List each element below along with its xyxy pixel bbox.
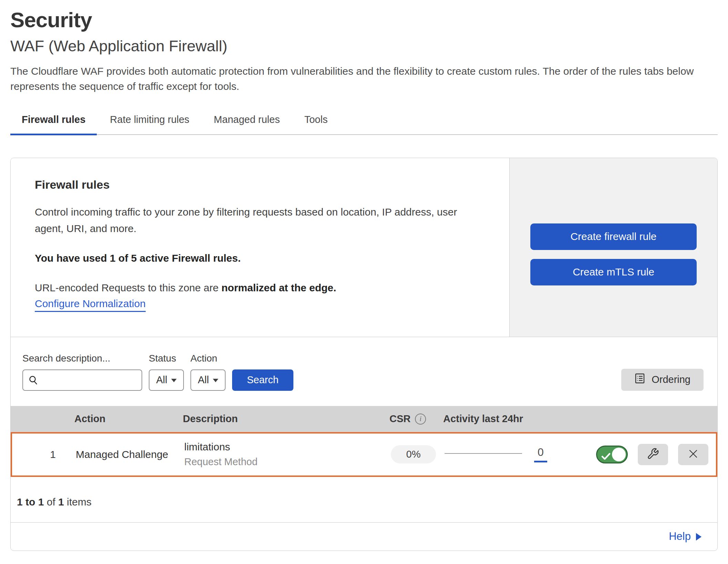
tab-firewall-rules[interactable]: Firewall rules: [10, 110, 97, 134]
activity-sparkline: [445, 453, 522, 454]
create-mtls-rule-button[interactable]: Create mTLS rule: [530, 259, 697, 285]
table-header: Action Description CSR i Activity last 2…: [11, 406, 717, 432]
items-label: items: [67, 496, 92, 508]
tab-rate-limiting-rules[interactable]: Rate limiting rules: [98, 110, 200, 134]
page-title: Security: [10, 8, 718, 32]
activity-count-link[interactable]: 0: [534, 447, 547, 462]
column-header-action: Action: [64, 413, 183, 425]
rule-description: limitations: [184, 441, 381, 453]
status-select-value: All: [156, 374, 167, 386]
help-link-label: Help: [669, 530, 691, 543]
normalization-bold: normalized at the edge.: [221, 282, 336, 293]
filter-controls: Search description... Status: [22, 353, 293, 391]
chevron-down-icon: [213, 379, 218, 382]
rule-activity-cell: 0: [443, 447, 577, 462]
pagination-summary: 1 to 1 of 1 items: [11, 477, 717, 522]
intro-text-panel: Firewall rules Control incoming traffic …: [11, 158, 509, 336]
status-field-label: Status: [149, 353, 184, 364]
main-container: Firewall rules Control incoming traffic …: [10, 158, 718, 551]
rule-controls-cell: [577, 444, 716, 465]
ordering-button[interactable]: Ordering: [621, 369, 704, 391]
create-rule-panel: Create firewall rule Create mTLS rule: [509, 158, 717, 336]
search-icon: [28, 375, 39, 387]
action-select[interactable]: All: [190, 369, 226, 391]
firewall-rules-intro-section: Firewall rules Control incoming traffic …: [11, 158, 717, 337]
action-field-group: Action All: [190, 353, 226, 391]
info-icon[interactable]: i: [415, 414, 426, 425]
normalization-prefix: URL-encoded Requests to this zone are: [35, 282, 221, 293]
column-header-activity: Activity last 24hr: [441, 413, 575, 425]
tab-managed-rules[interactable]: Managed rules: [202, 110, 291, 134]
ordering-button-label: Ordering: [652, 374, 690, 385]
table-row: 1 Managed Challenge limitations Request …: [11, 432, 717, 477]
search-field-label: Search description...: [22, 353, 142, 364]
status-select[interactable]: All: [149, 369, 184, 391]
help-arrow-icon: [696, 533, 701, 541]
items-range: 1 to 1: [17, 496, 44, 508]
action-field-label: Action: [190, 353, 226, 364]
rule-description-cell: limitations Request Method: [184, 438, 381, 471]
status-field-group: Status All: [149, 353, 184, 391]
rule-csr-cell: 0%: [381, 445, 443, 463]
filter-section: Search description... Status: [11, 337, 717, 406]
ordering-list-icon: [634, 373, 645, 387]
search-input[interactable]: [22, 369, 142, 391]
edit-rule-button[interactable]: [638, 444, 668, 465]
page-description: The Cloudflare WAF provides both automat…: [10, 64, 716, 94]
intro-heading: Firewall rules: [35, 178, 485, 191]
items-of-text: of: [47, 496, 55, 508]
checkmark-icon: [601, 451, 611, 463]
configure-normalization-link[interactable]: Configure Normalization: [35, 298, 146, 312]
close-icon: [688, 449, 698, 460]
rules-usage-text: You have used 1 of 5 active Firewall rul…: [35, 252, 485, 264]
csr-badge: 0%: [391, 445, 436, 463]
help-link[interactable]: Help: [669, 530, 701, 543]
rule-enabled-toggle[interactable]: [596, 446, 628, 463]
toggle-knob: [612, 448, 626, 461]
rule-action-value: Managed Challenge: [65, 449, 184, 460]
action-select-value: All: [198, 374, 209, 386]
rule-priority-number: 1: [12, 449, 65, 460]
security-waf-page: Security WAF (Web Application Firewall) …: [0, 0, 728, 551]
tab-tools[interactable]: Tools: [293, 110, 339, 134]
delete-rule-button[interactable]: [678, 444, 708, 465]
activity-count: 0: [538, 447, 544, 458]
intro-body-text: Control incoming traffic to your zone by…: [35, 204, 485, 236]
create-firewall-rule-button[interactable]: Create firewall rule: [530, 223, 697, 250]
wrench-icon: [647, 448, 659, 461]
page-subtitle: WAF (Web Application Firewall): [10, 37, 718, 55]
column-header-csr: CSR i: [379, 413, 441, 425]
help-footer: Help: [11, 522, 717, 551]
items-total: 1: [58, 496, 64, 508]
tab-bar: Firewall rules Rate limiting rules Manag…: [10, 110, 718, 135]
chevron-down-icon: [171, 379, 177, 382]
search-input-wrap: [22, 369, 142, 391]
rule-description-sub: Request Method: [184, 456, 381, 468]
activity-count-underline: [534, 461, 547, 462]
search-button[interactable]: Search: [232, 369, 293, 391]
column-header-description: Description: [183, 413, 379, 425]
normalization-text: URL-encoded Requests to this zone are no…: [35, 282, 485, 294]
search-field-group: Search description...: [22, 353, 142, 391]
csr-header-label: CSR: [389, 413, 410, 425]
